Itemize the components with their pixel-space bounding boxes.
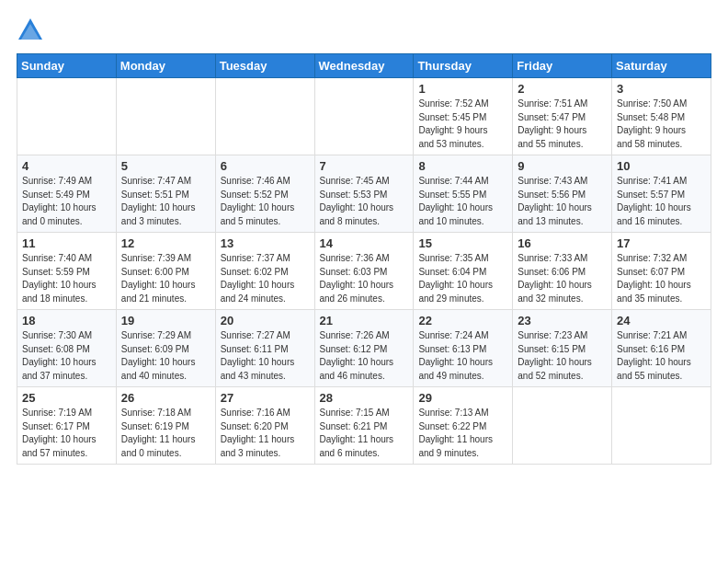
day-info: Sunrise: 7:19 AM Sunset: 6:17 PM Dayligh… — [22, 407, 111, 460]
day-number: 7 — [320, 159, 409, 173]
day-info: Sunrise: 7:30 AM Sunset: 6:08 PM Dayligh… — [22, 329, 111, 383]
day-info: Sunrise: 7:51 AM Sunset: 5:47 PM Dayligh… — [518, 98, 607, 151]
day-info: Sunrise: 7:35 AM Sunset: 6:04 PM Dayligh… — [418, 252, 507, 305]
weekday-header: Tuesday — [215, 54, 314, 78]
day-number: 15 — [418, 236, 507, 250]
day-number: 12 — [121, 236, 210, 250]
calendar-cell: 6Sunrise: 7:46 AM Sunset: 5:52 PM Daylig… — [215, 155, 314, 233]
calendar-cell: 14Sunrise: 7:36 AM Sunset: 6:03 PM Dayli… — [314, 233, 414, 310]
day-number: 16 — [518, 236, 607, 250]
calendar-cell: 27Sunrise: 7:16 AM Sunset: 6:20 PM Dayli… — [215, 387, 314, 465]
calendar-cell: 15Sunrise: 7:35 AM Sunset: 6:04 PM Dayli… — [414, 233, 513, 310]
day-info: Sunrise: 7:18 AM Sunset: 6:19 PM Dayligh… — [121, 407, 210, 460]
day-number: 18 — [22, 314, 111, 327]
day-number: 17 — [617, 236, 706, 250]
calendar-cell: 3Sunrise: 7:50 AM Sunset: 5:48 PM Daylig… — [612, 78, 711, 155]
day-info: Sunrise: 7:41 AM Sunset: 5:57 PM Dayligh… — [617, 175, 706, 228]
day-number: 19 — [121, 314, 210, 327]
calendar-cell: 23Sunrise: 7:23 AM Sunset: 6:15 PM Dayli… — [513, 310, 612, 387]
day-number: 8 — [418, 159, 507, 173]
day-number: 5 — [121, 159, 210, 173]
day-info: Sunrise: 7:16 AM Sunset: 6:20 PM Dayligh… — [221, 407, 310, 460]
calendar-cell: 28Sunrise: 7:15 AM Sunset: 6:21 PM Dayli… — [314, 387, 414, 465]
day-number: 2 — [518, 82, 607, 96]
calendar-cell: 5Sunrise: 7:47 AM Sunset: 5:51 PM Daylig… — [116, 155, 215, 233]
calendar-cell: 9Sunrise: 7:43 AM Sunset: 5:56 PM Daylig… — [513, 155, 612, 233]
day-info: Sunrise: 7:26 AM Sunset: 6:12 PM Dayligh… — [320, 329, 409, 383]
day-info: Sunrise: 7:39 AM Sunset: 6:00 PM Dayligh… — [121, 252, 210, 305]
day-info: Sunrise: 7:46 AM Sunset: 5:52 PM Dayligh… — [221, 175, 310, 228]
day-info: Sunrise: 7:43 AM Sunset: 5:56 PM Dayligh… — [518, 175, 607, 228]
page: SundayMondayTuesdayWednesdayThursdayFrid… — [0, 0, 728, 474]
day-number: 21 — [320, 314, 409, 327]
calendar-week-row: 11Sunrise: 7:40 AM Sunset: 5:59 PM Dayli… — [17, 233, 711, 310]
weekday-header: Sunday — [17, 54, 117, 78]
day-number: 28 — [320, 391, 409, 405]
calendar-cell: 25Sunrise: 7:19 AM Sunset: 6:17 PM Dayli… — [17, 387, 117, 465]
header — [17, 17, 711, 44]
day-number: 9 — [518, 159, 607, 173]
calendar-cell: 19Sunrise: 7:29 AM Sunset: 6:09 PM Dayli… — [116, 310, 215, 387]
day-number: 25 — [22, 391, 111, 405]
logo-icon — [17, 17, 44, 44]
calendar-cell: 7Sunrise: 7:45 AM Sunset: 5:53 PM Daylig… — [314, 155, 414, 233]
day-info: Sunrise: 7:50 AM Sunset: 5:48 PM Dayligh… — [617, 98, 706, 151]
weekday-header: Monday — [116, 54, 215, 78]
calendar-cell: 22Sunrise: 7:24 AM Sunset: 6:13 PM Dayli… — [414, 310, 513, 387]
weekday-header: Thursday — [414, 54, 513, 78]
calendar-week-row: 4Sunrise: 7:49 AM Sunset: 5:49 PM Daylig… — [17, 155, 711, 233]
day-number: 20 — [221, 314, 310, 327]
calendar-week-row: 18Sunrise: 7:30 AM Sunset: 6:08 PM Dayli… — [17, 310, 711, 387]
calendar-cell: 4Sunrise: 7:49 AM Sunset: 5:49 PM Daylig… — [17, 155, 117, 233]
day-info: Sunrise: 7:52 AM Sunset: 5:45 PM Dayligh… — [418, 98, 507, 151]
calendar-cell: 24Sunrise: 7:21 AM Sunset: 6:16 PM Dayli… — [612, 310, 711, 387]
day-number: 22 — [418, 314, 507, 327]
day-info: Sunrise: 7:49 AM Sunset: 5:49 PM Dayligh… — [22, 175, 111, 228]
calendar-week-row: 25Sunrise: 7:19 AM Sunset: 6:17 PM Dayli… — [17, 387, 711, 465]
day-info: Sunrise: 7:13 AM Sunset: 6:22 PM Dayligh… — [418, 407, 507, 460]
calendar-cell: 16Sunrise: 7:33 AM Sunset: 6:06 PM Dayli… — [513, 233, 612, 310]
calendar-week-row: 1Sunrise: 7:52 AM Sunset: 5:45 PM Daylig… — [17, 78, 711, 155]
day-number: 1 — [418, 82, 507, 96]
calendar-cell: 11Sunrise: 7:40 AM Sunset: 5:59 PM Dayli… — [17, 233, 117, 310]
calendar-cell: 29Sunrise: 7:13 AM Sunset: 6:22 PM Dayli… — [414, 387, 513, 465]
day-number: 27 — [221, 391, 310, 405]
day-number: 10 — [617, 159, 706, 173]
weekday-header: Wednesday — [314, 54, 414, 78]
calendar-cell: 26Sunrise: 7:18 AM Sunset: 6:19 PM Dayli… — [116, 387, 215, 465]
day-number: 6 — [221, 159, 310, 173]
day-info: Sunrise: 7:29 AM Sunset: 6:09 PM Dayligh… — [121, 329, 210, 383]
calendar-cell — [17, 78, 117, 155]
day-number: 26 — [121, 391, 210, 405]
logo — [17, 17, 48, 44]
day-number: 29 — [418, 391, 507, 405]
day-info: Sunrise: 7:44 AM Sunset: 5:55 PM Dayligh… — [418, 175, 507, 228]
calendar-cell — [215, 78, 314, 155]
calendar-cell: 18Sunrise: 7:30 AM Sunset: 6:08 PM Dayli… — [17, 310, 117, 387]
calendar-cell: 13Sunrise: 7:37 AM Sunset: 6:02 PM Dayli… — [215, 233, 314, 310]
weekday-header: Saturday — [612, 54, 711, 78]
calendar-cell: 1Sunrise: 7:52 AM Sunset: 5:45 PM Daylig… — [414, 78, 513, 155]
day-info: Sunrise: 7:37 AM Sunset: 6:02 PM Dayligh… — [221, 252, 310, 305]
weekday-header-row: SundayMondayTuesdayWednesdayThursdayFrid… — [17, 54, 711, 78]
calendar-cell: 21Sunrise: 7:26 AM Sunset: 6:12 PM Dayli… — [314, 310, 414, 387]
day-number: 11 — [22, 236, 111, 250]
day-info: Sunrise: 7:21 AM Sunset: 6:16 PM Dayligh… — [617, 329, 706, 383]
calendar: SundayMondayTuesdayWednesdayThursdayFrid… — [17, 53, 711, 465]
calendar-cell — [513, 387, 612, 465]
calendar-cell: 12Sunrise: 7:39 AM Sunset: 6:00 PM Dayli… — [116, 233, 215, 310]
day-number: 13 — [221, 236, 310, 250]
calendar-cell: 10Sunrise: 7:41 AM Sunset: 5:57 PM Dayli… — [612, 155, 711, 233]
calendar-cell — [314, 78, 414, 155]
day-info: Sunrise: 7:45 AM Sunset: 5:53 PM Dayligh… — [320, 175, 409, 228]
calendar-cell: 8Sunrise: 7:44 AM Sunset: 5:55 PM Daylig… — [414, 155, 513, 233]
day-info: Sunrise: 7:33 AM Sunset: 6:06 PM Dayligh… — [518, 252, 607, 305]
calendar-cell: 17Sunrise: 7:32 AM Sunset: 6:07 PM Dayli… — [612, 233, 711, 310]
calendar-cell: 2Sunrise: 7:51 AM Sunset: 5:47 PM Daylig… — [513, 78, 612, 155]
day-info: Sunrise: 7:27 AM Sunset: 6:11 PM Dayligh… — [221, 329, 310, 383]
calendar-cell: 20Sunrise: 7:27 AM Sunset: 6:11 PM Dayli… — [215, 310, 314, 387]
day-number: 3 — [617, 82, 706, 96]
day-info: Sunrise: 7:32 AM Sunset: 6:07 PM Dayligh… — [617, 252, 706, 305]
day-info: Sunrise: 7:15 AM Sunset: 6:21 PM Dayligh… — [320, 407, 409, 460]
day-number: 24 — [617, 314, 706, 327]
